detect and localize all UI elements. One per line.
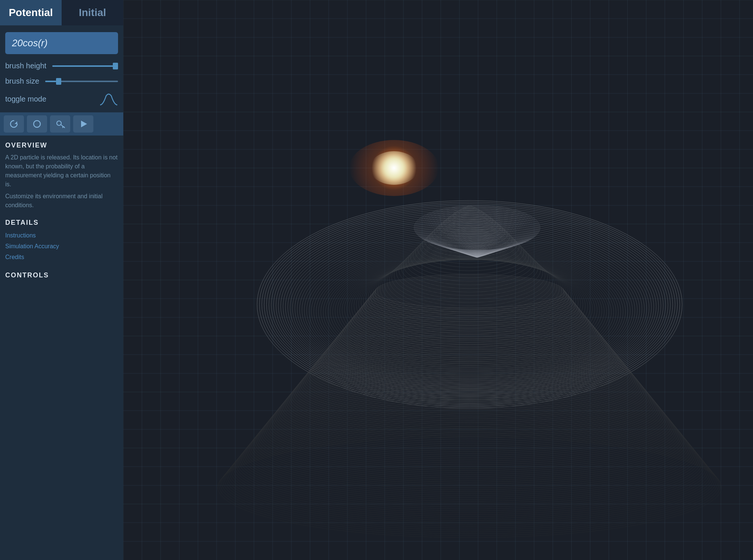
brush-height-slider[interactable]	[52, 65, 118, 68]
wave-visualization	[123, 0, 753, 560]
overview-body2: Customize its environment and initial co…	[5, 192, 118, 210]
brush-height-track	[52, 65, 118, 67]
circle-icon	[32, 119, 42, 129]
tab-bar: Potential Initial	[0, 0, 123, 25]
visualization-container	[123, 0, 753, 560]
brush-size-row: brush size	[5, 77, 118, 85]
reset-icon	[9, 119, 19, 129]
overview-title: OVERVIEW	[5, 141, 118, 149]
brush-height-fill	[52, 65, 118, 67]
tab-initial[interactable]: Initial	[62, 0, 123, 25]
link-instructions[interactable]: Instructions	[5, 230, 118, 241]
canvas-area[interactable]	[123, 0, 753, 560]
play-button[interactable]	[73, 115, 93, 133]
circle-button[interactable]	[27, 115, 47, 133]
brush-size-slider[interactable]	[45, 80, 118, 83]
text-sections: OVERVIEW A 2D particle is released. Its …	[0, 136, 123, 560]
brush-size-thumb[interactable]	[56, 78, 61, 85]
play-icon	[78, 119, 89, 129]
toggle-mode-row: toggle mode	[5, 92, 118, 106]
svg-marker-0	[15, 121, 17, 124]
svg-marker-6	[81, 121, 87, 127]
toggle-mode-icon[interactable]	[99, 92, 118, 106]
key-icon	[55, 119, 65, 129]
svg-point-1	[34, 121, 40, 127]
toolbar	[0, 112, 123, 136]
brush-size-label: brush size	[5, 77, 39, 85]
brush-height-thumb[interactable]	[113, 63, 118, 69]
tab-potential[interactable]: Potential	[0, 0, 62, 25]
formula-box[interactable]: 20cos(r)	[5, 32, 118, 54]
toggle-mode-label: toggle mode	[5, 95, 46, 103]
formula-text: 20cos(r)	[12, 37, 47, 49]
brush-size-fill	[45, 81, 56, 82]
reset-button[interactable]	[4, 115, 24, 133]
link-simulation-accuracy[interactable]: Simulation Accuracy	[5, 241, 118, 252]
details-title: DETAILS	[5, 219, 118, 227]
controls-section: brush height brush size toggle mode	[0, 58, 123, 109]
key-button[interactable]	[50, 115, 70, 133]
brush-height-label: brush height	[5, 62, 46, 70]
bell-curve-icon	[99, 92, 118, 106]
controls-title: CONTROLS	[5, 271, 118, 279]
link-credits[interactable]: Credits	[5, 252, 118, 263]
brush-height-row: brush height	[5, 62, 118, 70]
left-panel: Potential Initial 20cos(r) brush height …	[0, 0, 123, 560]
overview-body1: A 2D particle is released. Its location …	[5, 153, 118, 189]
